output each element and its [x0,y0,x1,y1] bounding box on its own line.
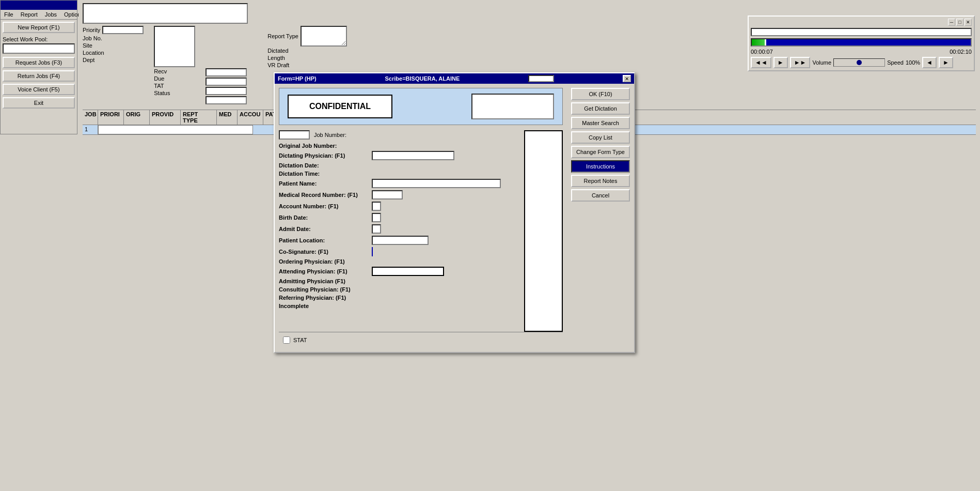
dialog-close-button[interactable]: ✕ [623,75,631,82]
vr-draft-row: VR Draft [267,62,347,68]
audio-title-input[interactable] [751,28,972,36]
master-search-button[interactable]: Master Search [571,117,630,129]
length-row: Length [267,55,347,61]
recv-label: Recv [154,68,167,74]
job-number-input[interactable] [279,130,310,140]
instructions-button[interactable]: Instructions [571,160,630,173]
audio-window-controls: ─ □ ✕ [948,19,972,26]
exit-button[interactable]: Exit [3,97,75,109]
job-info-mid-input[interactable] [154,26,195,67]
dept-label: Dept [83,57,94,63]
report-type-input[interactable] [301,26,347,47]
account-number-input[interactable] [372,202,381,211]
audio-close-button[interactable]: ✕ [965,19,972,26]
tat-label: TAT [154,83,164,89]
work-pool-input[interactable] [3,43,75,54]
co-signature-cursor [372,247,373,256]
job-no-label: Job No. [83,35,102,41]
co-signature-row: Co-Signature: (F1) [279,247,520,256]
patient-name-row: Patient Name: [279,179,520,188]
audio-play-button[interactable]: ► [773,57,788,68]
cancel-button[interactable]: Cancel [571,189,630,202]
length-label: Length [267,55,285,61]
request-jobs-button[interactable]: Request Jobs (F3) [3,57,75,68]
patient-name-input[interactable] [372,179,501,188]
audio-minimize-button[interactable]: ─ [948,19,955,26]
admitting-physician-label: Admitting Physician (F1) [279,278,372,284]
tall-box [524,130,563,332]
dictating-physician-input[interactable] [372,151,454,160]
recv-input[interactable] [206,68,247,76]
admit-date-row: Admit Date: [279,224,520,234]
get-dictation-button[interactable]: Get Dictation [571,102,630,115]
dialog-form-label: Form=HP (HP) [278,75,317,82]
medical-record-input[interactable] [372,190,403,200]
change-form-type-button[interactable]: Change Form Type [571,146,630,158]
audio-progress-marker [765,39,766,45]
volume-label: Volume [812,59,831,66]
attending-physician-input[interactable] [372,267,444,276]
vr-draft-label: VR Draft [267,62,289,68]
recv-row: Recv [154,68,195,74]
dialog-form-area: CONFIDENTIAL Job Number: Original Job Nu… [275,84,567,352]
menu-jobs[interactable]: Jobs [43,11,58,18]
dialog-title-input[interactable] [528,75,554,82]
patient-location-input[interactable] [372,236,429,245]
new-report-button[interactable]: New Report (F1) [3,22,75,33]
job-number-row: Job Number: [279,130,520,140]
row-number: 1 [83,125,98,134]
dictation-time-row: Dictation Time: [279,171,520,177]
stat-checkbox[interactable] [283,336,290,344]
menu-report[interactable]: Report [19,11,39,18]
original-job-row: Original Job Number: [279,143,520,149]
dictated-label: Dictated [267,48,288,54]
title-input[interactable] [83,3,248,24]
status-label: Status [154,90,170,96]
admitting-physician-row: Admitting Physician (F1) [279,278,520,284]
report-notes-button[interactable]: Report Notes [571,175,630,187]
tat-input[interactable] [206,87,247,95]
medical-record-label: Medical Record Number: (F1) [279,192,372,198]
report-type-row: Report Type [267,26,347,47]
audio-player: ─ □ ✕ 00:00:07 00:02:10 ◄◄ ► ►► Volume S… [748,16,975,71]
ok-button[interactable]: OK (F10) [571,88,630,100]
col-accou: ACCOU [238,110,263,125]
patient-location-label: Patient Location: [279,237,372,243]
birth-date-input[interactable] [372,213,381,222]
app-menubar: File Report Jobs Options [1,10,77,20]
form-fields-left: Job Number: Original Job Number: Dictati… [279,130,520,311]
dialog-buttons: OK (F10) Get Dictation Master Search Cop… [567,84,634,352]
volume-slider[interactable] [833,58,885,67]
col-provid: PROVID [150,110,181,125]
status-input[interactable] [206,96,247,104]
patient-location-row: Patient Location: [279,236,520,245]
audio-progress-bar[interactable] [751,38,972,47]
return-jobs-button[interactable]: Return Jobs (F4) [3,70,75,82]
account-number-label: Account Number: (F1) [279,203,372,209]
app-titlebar [1,1,77,10]
audio-time-row: 00:00:07 00:02:10 [751,49,972,55]
admit-date-input[interactable] [372,224,381,234]
co-signature-label: Co-Signature: (F1) [279,249,372,255]
site-label: Site [83,42,92,49]
job-no-row: Job No. [83,35,144,41]
speed-decrease-button[interactable]: ◄ [922,57,937,68]
ordering-physician-label: Ordering Physician: (F1) [279,258,372,265]
audio-time-current: 00:00:07 [751,49,773,55]
audio-maximize-button[interactable]: □ [956,19,963,26]
speed-label: Speed [887,59,904,66]
menu-file[interactable]: File [3,11,15,18]
copy-list-button[interactable]: Copy List [571,131,630,144]
due-input[interactable] [206,78,247,86]
admit-date-label: Admit Date: [279,226,372,232]
speed-increase-button[interactable]: ► [939,57,953,68]
audio-fast-forward-button[interactable]: ►► [790,57,811,68]
dictation-date-row: Dictation Date: [279,162,520,168]
audio-rewind-button[interactable]: ◄◄ [751,57,771,68]
priority-input[interactable] [102,26,144,34]
voice-client-button[interactable]: Voice Client (F5) [3,84,75,95]
confidential-right-input[interactable] [471,94,554,119]
audio-titlebar: ─ □ ✕ [751,19,972,26]
table-row-input[interactable] [98,125,253,134]
col-rept-type: REPT TYPE [181,110,217,125]
